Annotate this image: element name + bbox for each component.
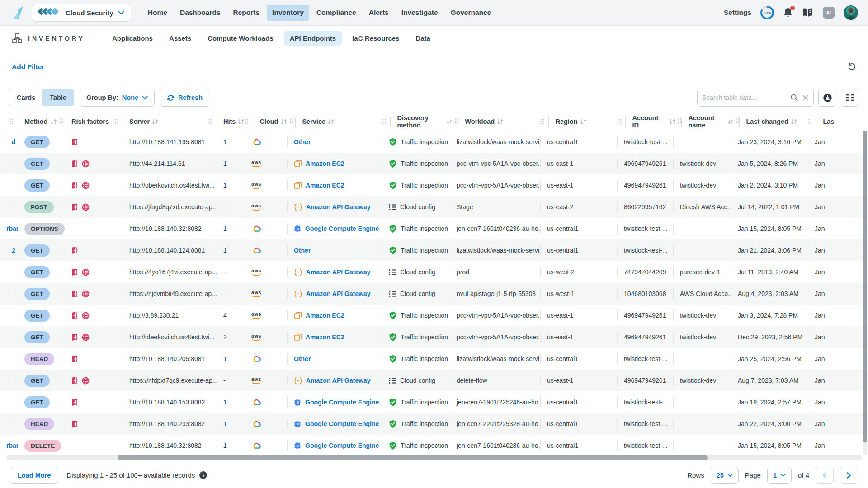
tab-applications[interactable]: Applications: [106, 31, 159, 46]
unauthenticated-risk-icon[interactable]: [71, 182, 77, 189]
refresh-button[interactable]: Refresh: [160, 89, 209, 107]
sort-icon[interactable]: [152, 119, 159, 125]
unauthenticated-risk-icon[interactable]: [71, 203, 77, 211]
tab-assets[interactable]: Assets: [163, 31, 197, 46]
clear-search-icon[interactable]: [802, 94, 809, 101]
internet-exposed-risk-icon[interactable]: [82, 182, 90, 189]
service-link[interactable]: Other: [294, 355, 311, 362]
drag-handle-icon[interactable]: [114, 118, 118, 125]
drag-handle-icon[interactable]: [59, 118, 63, 124]
table-row[interactable]: rbamlvDELETEhttp://10.188.140.32:80821Go…: [0, 435, 868, 456]
rows-per-page-select[interactable]: 25: [711, 467, 739, 484]
table-row[interactable]: POSThttps://jfugd8q7xd.execute-ap...-aws…: [0, 196, 868, 218]
sort-icon[interactable]: [328, 119, 335, 125]
vertical-scrollbar[interactable]: [863, 131, 867, 455]
search-icon[interactable]: [790, 94, 798, 102]
endpoint-path-link[interactable]: d: [11, 138, 18, 145]
service-link[interactable]: Amazon EC2: [306, 160, 344, 167]
horizontal-scrollbar[interactable]: [6, 455, 862, 460]
table-row[interactable]: GEThttps://4yo167j4vi.execute-ap...-awsA…: [0, 261, 868, 283]
sort-icon[interactable]: [238, 119, 245, 125]
nav-item-home[interactable]: Home: [143, 5, 172, 21]
column-header-risk-factors[interactable]: Risk factors: [65, 112, 123, 131]
table-row[interactable]: 2GEThttp://10.188.140.124:80811OtherTraf…: [0, 239, 868, 261]
column-header-workload[interactable]: Workload: [458, 112, 549, 131]
column-header-cloud[interactable]: Cloud: [253, 112, 296, 131]
column-header-region[interactable]: Region: [549, 112, 626, 131]
column-header-las[interactable]: Las: [816, 112, 868, 131]
ai-assistant-button[interactable]: AI: [823, 7, 835, 19]
search-input[interactable]: [702, 94, 787, 101]
drag-handle-icon[interactable]: [540, 118, 544, 125]
internet-exposed-risk-icon[interactable]: [82, 333, 90, 341]
tab-api-endpoints[interactable]: API Endpoints: [284, 31, 342, 46]
column-header-server[interactable]: Server: [123, 112, 217, 131]
nav-item-compliance[interactable]: Compliance: [311, 5, 361, 21]
unauthenticated-risk-icon[interactable]: [71, 312, 77, 319]
column-header-discovery-method[interactable]: Discovery method: [391, 112, 458, 131]
tab-compute-workloads[interactable]: Compute Workloads: [202, 31, 279, 46]
column-header-account-name[interactable]: Account name: [682, 112, 740, 131]
service-link[interactable]: Amazon EC2: [306, 182, 344, 189]
drag-handle-icon[interactable]: [289, 118, 293, 124]
drag-handle-icon[interactable]: [245, 118, 249, 125]
page-select[interactable]: 1: [767, 467, 792, 484]
table-row[interactable]: GEThttp://oberkovitch.os4test.twi...1aws…: [0, 174, 868, 196]
vertical-scrollbar-thumb[interactable]: [863, 131, 867, 442]
internet-exposed-risk-icon[interactable]: [82, 203, 90, 211]
column-header-hits[interactable]: Hits: [217, 112, 253, 131]
column-header-service[interactable]: Service: [296, 112, 391, 131]
service-link[interactable]: Amazon API Gateway: [306, 377, 371, 384]
nav-item-governance[interactable]: Governance: [446, 5, 496, 21]
user-avatar[interactable]: [844, 5, 858, 20]
internet-exposed-risk-icon[interactable]: [82, 160, 90, 168]
service-link[interactable]: Other: [294, 247, 311, 254]
unauthenticated-risk-icon[interactable]: [71, 247, 77, 254]
table-row[interactable]: GEThttps://njqvmbii49.execute-ap...-awsA…: [0, 283, 868, 305]
table-row[interactable]: GEThttps://nfdpxt7qc9.execute-ap...-awsA…: [0, 370, 868, 391]
internet-exposed-risk-icon[interactable]: [82, 290, 90, 298]
unauthenticated-risk-icon[interactable]: [71, 268, 77, 276]
table-row[interactable]: GEThttp://44.214.114.611awsAmazon EC2Tra…: [0, 153, 868, 174]
table-row[interactable]: GEThttp://3.89.230.214awsAmazon EC2Traff…: [0, 305, 868, 326]
sort-icon[interactable]: [50, 119, 57, 125]
view-option-cards[interactable]: Cards: [9, 89, 42, 106]
service-link[interactable]: Amazon API Gateway: [306, 290, 371, 297]
column-header-account-id[interactable]: Account ID: [626, 112, 682, 131]
endpoint-path-link[interactable]: 2: [12, 247, 18, 254]
service-link[interactable]: Google Compute Engine: [305, 442, 379, 449]
sort-icon[interactable]: [791, 119, 797, 125]
download-button[interactable]: [818, 89, 836, 107]
nav-item-alerts[interactable]: Alerts: [364, 5, 394, 21]
endpoint-path-link[interactable]: rbamlv: [6, 442, 18, 449]
table-row[interactable]: HEADhttp://10.188.140.205:80811OtherTraf…: [0, 348, 868, 370]
sort-icon[interactable]: [728, 119, 733, 125]
product-switcher[interactable]: Cloud Security: [32, 4, 131, 22]
column-header-path[interactable]: [0, 112, 18, 131]
nav-item-reports[interactable]: Reports: [228, 5, 265, 21]
settings-link[interactable]: Settings: [724, 9, 751, 17]
view-option-table[interactable]: Table: [42, 89, 74, 106]
service-link[interactable]: Google Compute Engine: [305, 399, 379, 406]
usage-ring[interactable]: 83%: [760, 6, 774, 19]
internet-exposed-risk-icon[interactable]: [82, 312, 90, 319]
nav-item-investigate[interactable]: Investigate: [396, 5, 443, 21]
unauthenticated-risk-icon[interactable]: [71, 138, 77, 146]
next-page-button[interactable]: [840, 467, 858, 484]
docs-button[interactable]: [802, 7, 814, 18]
unauthenticated-risk-icon[interactable]: [71, 377, 77, 385]
group-by-button[interactable]: Group By: None: [80, 89, 155, 107]
table-row[interactable]: HEADhttp://10.188.140.233:80821Google Co…: [0, 413, 868, 435]
tab-iac-resources[interactable]: IaC Resources: [346, 31, 405, 46]
drag-handle-icon[interactable]: [736, 118, 740, 124]
load-more-button[interactable]: Load More: [10, 467, 58, 484]
notifications-button[interactable]: [783, 7, 793, 18]
add-filter-button[interactable]: Add Filter: [12, 63, 44, 71]
table-row[interactable]: rbamlvOPTIONShttp://10.188.140.32:80821G…: [0, 218, 868, 239]
sort-icon[interactable]: [669, 119, 676, 125]
unauthenticated-risk-icon[interactable]: [71, 333, 77, 341]
drag-handle-icon[interactable]: [617, 118, 621, 125]
table-row[interactable]: dGEThttp://10.188.141.195:80811OtherTraf…: [0, 131, 868, 153]
unauthenticated-risk-icon[interactable]: [71, 399, 77, 406]
column-header-last-changed[interactable]: Last changed: [740, 112, 816, 131]
